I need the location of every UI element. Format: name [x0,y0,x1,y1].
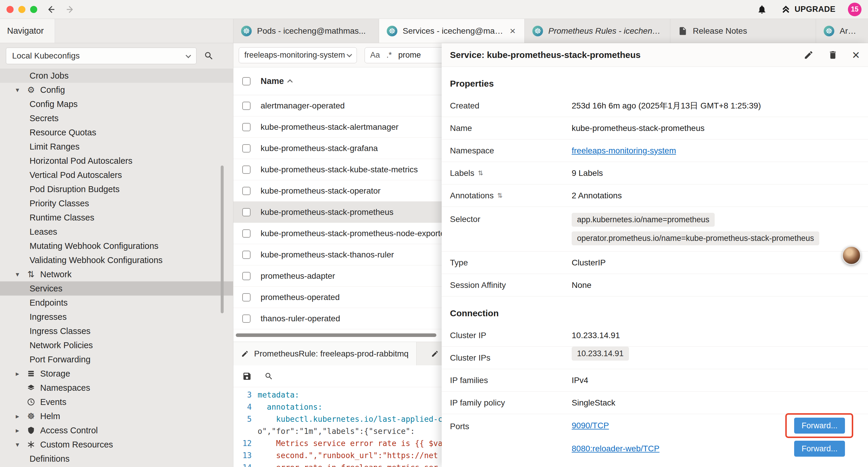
tab-argo[interactable]: ☸ Argo Se [816,19,868,43]
table-row[interactable]: alertmanager-operated [234,95,442,116]
tab-pods[interactable]: ☸ Pods - icecheng@mathmas... [234,19,379,43]
close-drawer-button[interactable]: × [852,49,860,61]
forward-button[interactable]: Forward... [794,418,845,434]
forward-button[interactable] [64,4,76,16]
sidebar-item-helm[interactable]: ▸ ☸ Helm [0,409,233,423]
sidebar-item-storage[interactable]: ▸ Storage [0,367,233,381]
sidebar-item-ingresses[interactable]: Ingresses [0,310,233,324]
port-link-9090[interactable]: 9090/TCP [572,421,609,430]
sidebar-item-custom-resources[interactable]: ▾ Custom Resources [0,437,233,451]
sidebar-item-priority-classes[interactable]: Priority Classes [0,196,233,210]
sidebar-item-vertical-pod-autoscalers[interactable]: Vertical Pod Autoscalers [0,168,233,182]
horizontal-scrollbar[interactable] [236,333,439,337]
chevron-right-icon: ▸ [13,370,22,378]
search-input[interactable]: Aa .* prome [365,47,442,63]
sidebar-item-access-control[interactable]: ▸ Access Control [0,423,233,437]
row-checkbox[interactable] [242,166,251,174]
notification-count-badge[interactable]: 15 [848,3,862,16]
sidebar-item-network[interactable]: ▾ ⇅ Network [0,267,233,282]
sidebar-item-runtime-classes[interactable]: Runtime Classes [0,210,233,225]
sidebar-item-limit-ranges[interactable]: Limit Ranges [0,140,233,154]
sidebar-item-config-maps[interactable]: Config Maps [0,97,233,111]
sidebar-item-leases[interactable]: Leases [0,225,233,239]
sort-icon[interactable]: ⇅ [478,169,483,177]
sidebar-item-cron-jobs[interactable]: Cron Jobs [0,68,233,83]
column-header-name[interactable]: Name [260,76,292,86]
sidebar-item-port-forwarding[interactable]: Port Forwarding [0,352,233,367]
port-link-8080-reloader-web[interactable]: 8080:reloader-web/TCP [572,444,659,454]
namespace-link[interactable]: freeleaps-monitoring-system [572,146,676,155]
row-checkbox[interactable] [242,272,251,280]
match-case-toggle[interactable]: Aa [370,51,380,60]
row-checkbox[interactable] [242,144,251,152]
maximize-window-button[interactable] [30,6,37,13]
row-checkbox[interactable] [242,102,251,110]
edit-service-button[interactable] [804,50,814,60]
sidebar-item-events[interactable]: Events [0,395,233,409]
minimize-window-button[interactable] [18,6,25,13]
sidebar-scrollbar[interactable] [221,166,224,313]
upgrade-button[interactable]: UPGRADE [781,4,836,14]
sidebar-item-endpoints[interactable]: Endpoints [0,296,233,310]
sidebar-item-secrets[interactable]: Secrets [0,111,233,125]
service-details-drawer: Service: kube-prometheus-stack-prometheu… [442,43,868,467]
close-window-button[interactable] [6,6,13,13]
notifications-bell-icon[interactable] [755,3,769,16]
row-checkbox[interactable] [242,229,251,238]
row-checkbox[interactable] [242,251,251,259]
sidebar-search-button[interactable] [203,49,215,62]
sort-icon[interactable]: ⇅ [497,192,502,200]
sidebar-item-horizontal-pod-autoscalers[interactable]: Horizontal Pod Autoscalers [0,154,233,168]
close-tab-icon[interactable]: × [508,25,517,37]
save-icon [242,372,252,381]
editor-tab-partial[interactable] [416,342,442,365]
table-row[interactable]: thanos-ruler-operated [234,308,442,329]
row-checkbox[interactable] [242,315,251,323]
row-checkbox[interactable] [242,208,251,216]
tab-services[interactable]: ☸ Services - icecheng@math... × [379,19,525,43]
save-button[interactable] [241,370,253,383]
sidebar-item-definitions[interactable]: Definitions [0,451,233,466]
table-row[interactable]: kube-prometheus-stack-alertmanager [234,116,442,138]
sidebar-item-resource-quotas[interactable]: Resource Quotas [0,125,233,140]
row-checkbox[interactable] [242,123,251,131]
edit-icon [241,350,249,358]
yaml-editor[interactable]: 3metadata: 4 annotations: 5 kubectl.kube… [234,387,442,467]
tab-prometheus-rules[interactable]: ☸ Prometheus Rules - icecheng... [525,19,670,43]
table-row[interactable]: kube-prometheus-stack-grafana [234,138,442,159]
chevron-right-icon: ▸ [13,412,22,420]
table-row[interactable]: prometheus-adapter [234,265,442,287]
sidebar-item-mutating-webhook-configurations[interactable]: Mutating Webhook Configurations [0,239,233,253]
sidebar-item-pod-disruption-budgets[interactable]: Pod Disruption Budgets [0,182,233,196]
storage-icon [26,370,36,378]
table-row[interactable]: prometheus-operated [234,287,442,308]
forward-button[interactable]: Forward... [794,441,845,457]
kubeconfig-selector[interactable]: Local Kubeconfigs [6,48,196,64]
drawer-header: Service: kube-prometheus-stack-prometheu… [442,43,868,67]
table-row[interactable]: kube-prometheus-stack-kube-state-metrics [234,159,442,180]
user-avatar[interactable] [842,246,861,265]
table-row[interactable]: kube-prometheus-stack-operator [234,180,442,202]
row-checkbox[interactable] [242,187,251,195]
table-row[interactable]: kube-prometheus-stack-thanos-ruler [234,244,442,265]
select-all-checkbox[interactable] [242,77,251,85]
editor-tab-prometheusrule[interactable]: PrometheusRule: freeleaps-prod-rabbitmq [234,342,416,365]
tab-release-notes[interactable]: Release Notes [670,19,816,43]
navigator-sidebar: Local Kubeconfigs Cron Jobs ▾ ⚙ Config C… [0,43,234,467]
sidebar-item-config[interactable]: ▾ ⚙ Config [0,83,233,97]
back-button[interactable] [45,4,57,16]
namespace-filter-dropdown[interactable]: freeleaps-monitoring-system [239,47,357,63]
editor-toolbar [234,365,442,387]
section-heading-properties: Properties [442,67,868,95]
table-row-selected[interactable]: kube-prometheus-stack-prometheus [234,202,442,223]
sidebar-item-validating-webhook-configurations[interactable]: Validating Webhook Configurations [0,253,233,267]
regex-toggle[interactable]: .* [386,51,392,60]
sidebar-item-services[interactable]: Services [0,282,233,296]
editor-search-button[interactable] [262,370,275,383]
delete-service-button[interactable] [828,50,838,60]
sidebar-item-network-policies[interactable]: Network Policies [0,338,233,352]
table-row[interactable]: kube-prometheus-stack-prometheus-node-ex… [234,223,442,244]
sidebar-item-ingress-classes[interactable]: Ingress Classes [0,324,233,338]
sidebar-item-namespaces[interactable]: Namespaces [0,381,233,395]
row-checkbox[interactable] [242,293,251,301]
